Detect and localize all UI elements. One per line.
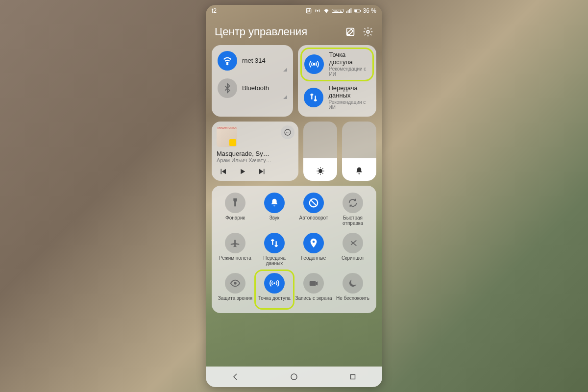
hotspot-sub: Рекомендации с ИИ [329,66,370,77]
bluetooth-label: Bluetooth [242,85,269,92]
qs-label: Не беспокоить [336,295,369,306]
svg-point-13 [234,282,237,285]
status-icons: VoLTE 36 % [305,7,376,14]
bluetooth-toggle[interactable]: Bluetooth [217,77,288,99]
quick-settings-panel: ФонарикЗвукАвтоповоротБыстрая отправкаРе… [212,186,376,313]
qs-updown[interactable]: Передача данных [256,231,293,268]
qs-label: Геоданные [301,255,326,266]
qs-camera[interactable]: Запись с экрана [295,271,332,308]
nfc-icon [305,7,312,14]
svg-point-8 [314,64,316,66]
qs-label: Фонарик [225,215,245,226]
expand-indicator [283,95,287,99]
qs-label: Скриншот [342,255,364,266]
wifi-label: rnet 314 [242,57,266,65]
qs-scissors[interactable]: Скриншот [334,231,371,268]
qs-label: Точка доступа [258,295,291,306]
qs-label: Защита зрения [218,295,252,306]
music-panel[interactable]: KHACHATURIAN Masquerade, Sy… Арам Ильич … [212,122,298,181]
track-title: Masquerade, Sy… [217,150,285,157]
edit-icon[interactable] [345,26,356,37]
phone-frame: t2 VoLTE 36 % Центр управления [206,5,382,387]
svg-rect-17 [351,375,355,379]
qs-hotspot[interactable]: Точка доступа [254,270,294,310]
data-title: Передача данных [328,85,370,99]
qs-label: Запись с экрана [295,295,332,306]
brightness-slider[interactable] [303,122,338,181]
bell-icon [264,193,285,213]
qs-label: Передача данных [256,255,293,266]
connectivity-panel-right: Точка доступа Рекомендации с ИИ Передача… [298,45,376,117]
plane-icon [225,233,245,253]
nav-recent-icon[interactable] [348,372,357,381]
page-title: Центр управления [215,25,307,38]
nav-home-icon[interactable] [290,372,298,381]
header: Центр управления [206,17,382,45]
qs-pin[interactable]: Геоданные [295,231,332,268]
battery-icon [354,7,361,14]
battery-percent: 36 % [363,7,376,14]
svg-point-1 [317,10,318,11]
hotspot-toggle[interactable]: Точка доступа Рекомендации с ИИ [300,48,374,81]
svg-rect-4 [355,10,357,12]
cast-icon[interactable] [281,125,294,139]
qs-label: Автоповорот [299,215,328,226]
play-icon[interactable] [238,167,247,176]
svg-point-12 [313,241,315,243]
wifi-toggle[interactable]: rnet 314 [217,50,288,72]
svg-point-16 [291,374,297,380]
data-icon [304,88,323,107]
bluetooth-icon [218,78,237,98]
share-icon [343,193,363,213]
hotspot-status-icon [314,7,321,14]
carrier-label: t2 [212,7,217,14]
qs-eye[interactable]: Защита зрения [217,271,254,308]
hotspot-icon [264,273,285,294]
svg-point-7 [227,64,228,65]
eye-icon [225,273,245,294]
data-toggle[interactable]: Передача данных Рекомендации с ИИ [303,84,371,112]
qs-bell[interactable]: Звук [256,191,293,228]
qs-moon[interactable]: Не беспокоить [334,271,371,308]
brightness-icon [316,166,325,176]
svg-rect-15 [310,281,316,286]
bell-icon [354,166,364,176]
expand-indicator [283,68,287,72]
moon-icon [343,273,363,294]
track-artist: Арам Ильич Хачату… [217,157,285,163]
data-sub: Рекомендации с ИИ [328,99,370,111]
wifi-icon [218,51,237,71]
qs-label: Звук [270,215,280,226]
rotate-icon [303,193,324,213]
hotspot-icon [304,54,324,74]
hotspot-title: Точка доступа [329,51,370,66]
wifi-status-icon [323,7,330,14]
album-art: KHACHATURIAN [217,126,237,147]
control-center: rnet 314 Bluetooth Точка [206,45,382,317]
qs-share[interactable]: Быстрая отправка [334,191,371,228]
camera-icon [303,273,324,294]
svg-point-10 [318,169,322,172]
qs-label: Быстрая отправка [334,215,371,226]
volte-icon: VoLTE [332,9,343,13]
svg-point-14 [273,282,275,284]
gear-icon[interactable] [363,26,373,37]
pin-icon [303,233,324,253]
scissors-icon [343,233,363,253]
nav-bar [206,367,382,387]
prev-icon[interactable] [219,167,227,176]
qs-plane[interactable]: Режим полета [217,231,254,268]
connectivity-panel-left: rnet 314 Bluetooth [212,45,293,117]
volume-slider[interactable] [342,122,376,181]
updown-icon [264,233,285,253]
flashlight-icon [225,193,245,213]
signal-icon [345,7,352,14]
qs-rotate[interactable]: Автоповорот [295,191,332,228]
svg-rect-3 [360,10,361,12]
next-icon[interactable] [258,167,267,176]
nav-back-icon[interactable] [231,372,240,381]
svg-point-6 [367,30,369,33]
qs-label: Режим полета [219,255,251,266]
qs-flashlight[interactable]: Фонарик [217,191,254,228]
status-bar: t2 VoLTE 36 % [206,5,382,17]
